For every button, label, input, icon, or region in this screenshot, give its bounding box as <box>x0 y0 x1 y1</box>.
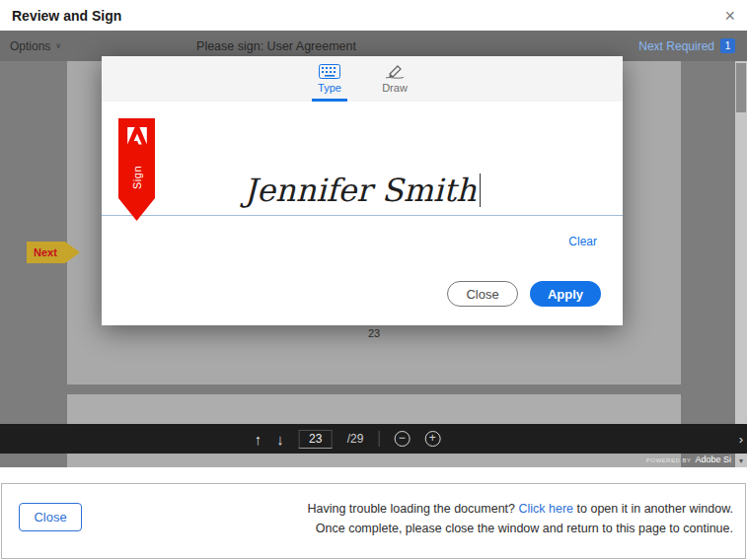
tab-type[interactable]: Type <box>309 56 350 102</box>
zoom-out-icon[interactable]: − <box>394 431 410 447</box>
signature-dialog-actions: Close Apply <box>447 281 601 307</box>
page-number-input[interactable]: 23 <box>299 430 333 449</box>
footer-help-line1: Having trouble loading the document? Cli… <box>307 499 733 519</box>
footer-help-line2: Once complete, please close the window a… <box>307 519 733 538</box>
close-icon[interactable]: × <box>724 7 735 25</box>
signature-dialog: Type Draw Sign Jennifer Smit <box>102 56 623 325</box>
pdf-controls: ↑ ↓ 23 /29 − + <box>255 424 441 454</box>
next-required-count-badge: 1 <box>720 38 735 53</box>
tab-type-label: Type <box>318 82 341 94</box>
text-caret <box>480 174 481 207</box>
chevron-down-icon: ∨ <box>55 41 61 50</box>
zoom-in-icon[interactable]: + <box>424 431 440 447</box>
trouble-text: Having trouble loading the document? <box>307 502 518 516</box>
next-page-icon[interactable]: ↓ <box>276 432 284 447</box>
signature-close-button[interactable]: Close <box>447 281 518 307</box>
pen-icon <box>384 64 406 79</box>
next-required-label: Next Required <box>638 39 714 53</box>
next-tag-label: Next <box>34 246 57 258</box>
click-here-link[interactable]: Click here <box>519 502 574 516</box>
signature-apply-button[interactable]: Apply <box>530 281 601 307</box>
signature-preview[interactable]: Jennifer Smith <box>102 172 623 209</box>
powered-by-brand: Adobe Si <box>695 455 731 464</box>
pdf-page-toolbar: ↑ ↓ 23 /29 − + › <box>0 424 747 454</box>
options-label: Options <box>10 39 50 53</box>
footer-help-text: Having trouble loading the document? Cli… <box>307 499 733 538</box>
after-link-text: to open it in another window. <box>573 502 733 516</box>
tab-draw-label: Draw <box>382 82 408 94</box>
keyboard-icon <box>319 64 340 79</box>
vertical-scrollbar[interactable] <box>735 61 747 467</box>
previous-page-icon[interactable]: ↑ <box>255 432 262 447</box>
page-total-label: /29 <box>347 432 364 446</box>
page-title: Review and Sign <box>12 8 121 24</box>
host-page-footer: Close Having trouble loading the documen… <box>1 483 746 559</box>
toolbar-divider <box>378 431 379 447</box>
next-required-button[interactable]: Next Required 1 <box>638 31 735 61</box>
signature-tabs: Type Draw <box>102 56 623 102</box>
powered-by-label: POWERED BY <box>646 457 692 463</box>
signature-baseline <box>102 215 623 216</box>
tab-draw[interactable]: Draw <box>374 56 415 102</box>
scrollbar-down-icon[interactable]: ▾ <box>735 454 747 467</box>
clear-link[interactable]: Clear <box>568 235 597 248</box>
adobe-logo-icon <box>127 127 147 145</box>
options-menu-button[interactable]: Options ∨ <box>10 31 61 61</box>
titlebar: Review and Sign × <box>0 0 747 31</box>
footer-close-button[interactable]: Close <box>19 503 82 531</box>
ribbon-sign-label: Sign <box>131 166 143 189</box>
signature-text: Jennifer Smith <box>244 172 476 209</box>
review-and-sign-window: Review and Sign × Options ∨ Please sign:… <box>0 0 747 560</box>
powered-by-branding: POWERED BY Adobe Si <box>646 455 731 464</box>
scrollbar-thumb[interactable] <box>736 63 746 112</box>
page-number-label: 23 <box>368 327 380 339</box>
toolbar-expand-icon[interactable]: › <box>739 432 743 447</box>
